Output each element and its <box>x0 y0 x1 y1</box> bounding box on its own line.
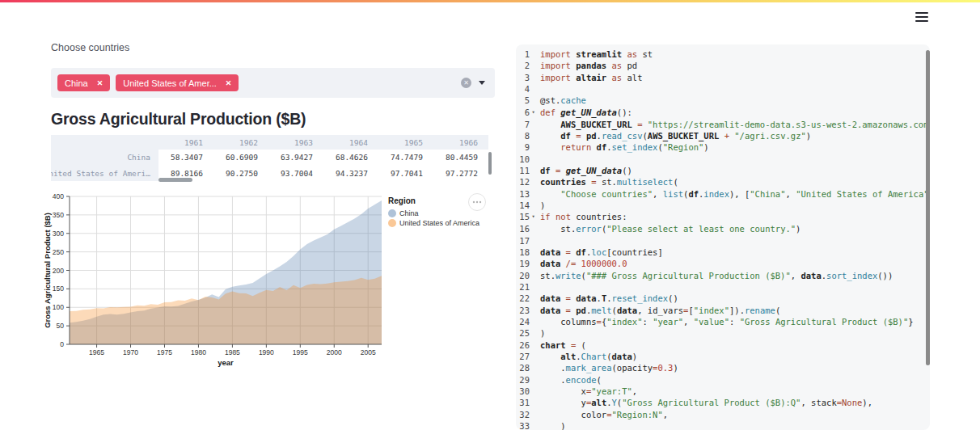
code-text: chart = ( <box>540 339 930 351</box>
row-label: China <box>51 150 158 166</box>
fold-spacer <box>530 119 537 130</box>
column-header: 1966 <box>433 138 488 147</box>
selected-pill[interactable]: China✕ <box>57 74 110 91</box>
code-text: data = data.T.reset_index() <box>540 293 930 304</box>
line-number-text: 6 <box>516 107 530 119</box>
code-line: 11df = get_UN_data() <box>516 165 930 176</box>
column-header: 1965 <box>378 138 433 147</box>
hamburger-menu-icon[interactable] <box>915 12 928 22</box>
line-number-text: 2 <box>516 60 530 71</box>
fold-caret-icon[interactable]: ▾ <box>530 107 537 119</box>
pill-label: China <box>65 78 88 88</box>
fold-spacer <box>530 409 537 420</box>
fold-spacer <box>530 165 537 176</box>
line-number-text: 11 <box>516 165 530 176</box>
table-vertical-scrollbar[interactable] <box>488 152 492 175</box>
legend-title: Region <box>388 196 416 205</box>
code-line: 10 <box>516 154 930 165</box>
code-line: 32 color="Region:N", <box>516 409 930 420</box>
line-number-text: 5 <box>516 95 530 106</box>
line-number: 22 <box>516 293 537 304</box>
code-editor[interactable]: 1import streamlit as st2import pandas as… <box>516 44 930 430</box>
line-number: 16 <box>516 223 537 234</box>
table-cell: 63.9427 <box>268 153 323 162</box>
code-vertical-scrollbar[interactable] <box>926 50 930 365</box>
line-number-text: 18 <box>516 247 530 258</box>
x-tick-label: 1990 <box>259 348 274 356</box>
code-text <box>540 281 930 293</box>
fold-spacer <box>530 397 537 408</box>
line-number: 5 <box>516 95 537 106</box>
code-text <box>540 83 930 95</box>
code-line: 31 y=alt.Y("Gross Agricultural Product (… <box>516 397 930 408</box>
line-number-text: 9 <box>516 141 530 153</box>
column-header: 1962 <box>213 138 268 147</box>
clear-all-icon[interactable]: ✕ <box>461 78 471 88</box>
selected-pill[interactable]: United States of Amer...✕ <box>116 74 239 91</box>
table-cell: 68.4626 <box>323 153 378 162</box>
code-line: 17 <box>516 235 930 247</box>
fold-spacer <box>530 247 537 258</box>
legend-swatch <box>388 219 396 227</box>
x-tick-label: 1985 <box>225 348 240 356</box>
table-cell: 74.7479 <box>378 153 433 162</box>
code-line: 14) <box>516 200 930 211</box>
app-window: Choose countries China✕United States of … <box>0 0 980 430</box>
line-number: 14 <box>516 200 537 211</box>
fold-spacer <box>530 281 537 293</box>
fold-spacer <box>530 95 537 106</box>
dataframe-table[interactable]: 196119621963196419651966China58.340760.6… <box>51 135 488 181</box>
line-number: 21 <box>516 281 537 293</box>
line-number-text: 4 <box>516 83 530 95</box>
x-tick-label: 1995 <box>293 348 308 356</box>
code-text: AWS_BUCKET_URL = "https://streamlit-demo… <box>540 119 930 130</box>
y-tick-label: 250 <box>53 248 64 256</box>
line-number-text: 14 <box>516 200 530 211</box>
fold-spacer <box>530 72 537 83</box>
fold-spacer <box>530 258 537 269</box>
line-number: 25 <box>516 327 537 339</box>
code-line: 7 AWS_BUCKET_URL = "https://streamlit-de… <box>516 119 930 130</box>
close-icon[interactable]: ✕ <box>226 79 232 87</box>
table-row: United States of Ameri…89.816690.275093.… <box>51 166 488 182</box>
table-cell: 97.7041 <box>378 169 433 178</box>
code-text: return df.set_index("Region") <box>540 141 930 153</box>
code-text: color="Region:N", <box>540 409 930 420</box>
x-tick-label: 1970 <box>123 348 138 356</box>
code-text: .mark_area(opacity=0.3) <box>540 362 930 373</box>
line-number-text: 21 <box>516 281 530 293</box>
line-number: 8 <box>516 130 537 141</box>
close-icon[interactable]: ✕ <box>97 79 103 87</box>
line-number: 31 <box>516 397 537 408</box>
code-text: data /= 1000000.0 <box>540 258 930 269</box>
y-axis-title: Gross Agricultural Product ($B) <box>43 213 52 328</box>
page-title: Gross Agricultural Production ($B) <box>51 110 306 129</box>
chart-actions-button[interactable] <box>469 194 486 211</box>
fold-spacer <box>530 386 537 397</box>
table-cell: 94.3237 <box>323 169 378 178</box>
table-cell: 60.6909 <box>213 153 268 162</box>
code-line: 16 st.error("Please select at least one … <box>516 223 930 234</box>
fold-spacer <box>530 154 537 165</box>
column-header: 1961 <box>158 138 213 147</box>
fold-spacer <box>530 83 537 95</box>
code-text: import pandas as pd <box>540 60 930 71</box>
code-text: data = df.loc[countries] <box>540 247 930 258</box>
multiselect-input[interactable]: China✕United States of Amer...✕ ✕ <box>51 68 495 98</box>
selected-pills: China✕United States of Amer...✕ <box>57 74 461 91</box>
table-header-row: 196119621963196419651966 <box>51 135 488 150</box>
x-axis-title: year <box>218 358 234 367</box>
line-number: 6▾ <box>516 107 537 119</box>
line-number: 17 <box>516 235 537 247</box>
code-text: st.write("### Gross Agricultural Product… <box>540 270 930 281</box>
fold-caret-icon[interactable]: ▾ <box>530 211 537 223</box>
table-horizontal-scrollbar[interactable] <box>158 178 192 182</box>
line-number-text: 32 <box>516 409 530 420</box>
line-number-text: 13 <box>516 188 530 200</box>
line-number-text: 20 <box>516 270 530 281</box>
chevron-down-icon[interactable] <box>479 81 485 85</box>
fold-spacer <box>530 60 537 71</box>
line-number-text: 23 <box>516 305 530 316</box>
y-tick-label: 100 <box>53 303 64 311</box>
code-line: 12countries = st.multiselect( <box>516 176 930 188</box>
